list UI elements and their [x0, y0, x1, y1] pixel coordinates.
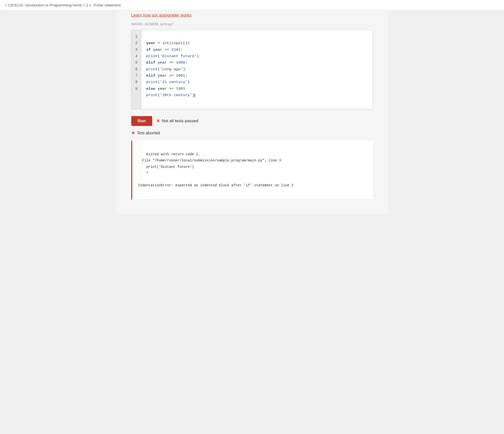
test-aborted-row: ✕ Test aborted	[131, 130, 373, 136]
not-passed-status: ✕ Not all tests passed	[156, 118, 198, 124]
submission-id: 569392.4224038.qx3zqy7	[131, 22, 373, 26]
controls-row: Run ✕ Not all tests passed	[131, 116, 373, 126]
breadcrumb: > CEIS110: Introduction to Programming h…	[0, 0, 504, 10]
error-line-1: Exited with return code 1.	[146, 152, 200, 156]
run-button[interactable]: Run	[131, 116, 152, 126]
code-content[interactable]: year = int(input()) if year >= 2101: pri…	[141, 30, 373, 109]
autograder-link[interactable]: Learn how our autograder works	[131, 13, 192, 18]
error-line-2: File "/home/runner/local/submission/samp…	[138, 158, 281, 162]
error-line-5: IndentationError: expected an indented b…	[138, 183, 294, 187]
test-aborted-label: Test aborted	[137, 131, 160, 136]
code-editor[interactable]: 1 2 3 4 5 6 7 8 9 year = int(input()) if…	[131, 30, 373, 109]
x-icon-not-passed: ✕	[156, 118, 160, 124]
error-line-3: print('Distant future')	[138, 165, 194, 169]
error-output: Exited with return code 1. File "/home/r…	[131, 141, 373, 199]
line-numbers: 1 2 3 4 5 6 7 8 9	[131, 30, 141, 109]
not-passed-label: Not all tests passed	[162, 119, 198, 123]
x-icon-aborted: ✕	[131, 130, 135, 136]
error-line-4: ^	[138, 171, 149, 175]
